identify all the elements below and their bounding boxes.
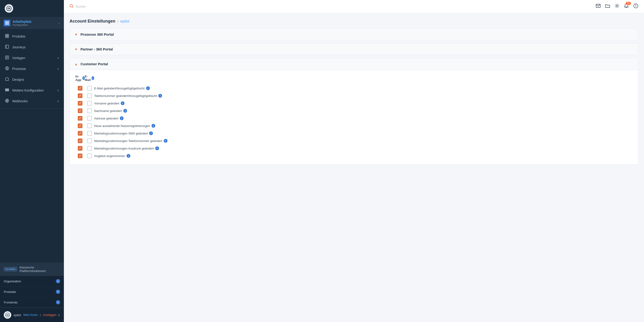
inapp-checkbox[interactable] — [76, 138, 85, 143]
sidebar-item-webhooks[interactable]: Webhooks ∨ — [0, 96, 64, 107]
sidebar-item-designs[interactable]: Designs — [0, 74, 64, 85]
inapp-checkbox[interactable] — [76, 131, 85, 136]
sidebar-item-vorlagen[interactable]: Vorlagen ∨ — [0, 52, 64, 63]
search-input-placeholder[interactable]: Suche — [76, 4, 86, 8]
sidebar-item-label: Webhooks — [12, 99, 28, 103]
email-checkbox[interactable] — [85, 138, 94, 143]
checkbox-checked[interactable] — [78, 153, 82, 158]
info-icon[interactable]: i — [164, 139, 168, 143]
footer-chevron-icon[interactable]: ∧ — [58, 313, 60, 317]
workspace-item[interactable]: Arbeitsplatz Konfiguration ⌄ — [0, 17, 64, 29]
workspace-chevron-icon: ⌄ — [58, 21, 60, 25]
notification-row: Marketingzustimmungen Telefonnummer geän… — [76, 137, 632, 145]
email-checkbox[interactable] — [85, 101, 94, 106]
checkbox-unchecked[interactable] — [87, 108, 92, 113]
info-icon[interactable]: i — [146, 86, 150, 90]
checkbox-unchecked[interactable] — [87, 93, 92, 98]
accordion-header-partner[interactable]: ▼ Partner - 360 Portal — [70, 43, 638, 55]
sub-items-list: Organisation i Produkte i Frontends i — [0, 276, 64, 308]
inapp-checkbox[interactable] — [76, 116, 85, 121]
checkbox-checked[interactable] — [78, 93, 82, 98]
email-checkbox[interactable] — [85, 116, 94, 121]
notification-row: Angebot angenommeni — [76, 152, 632, 160]
workspace-icon — [4, 20, 10, 26]
mail-icon[interactable] — [596, 3, 601, 10]
checkbox-checked[interactable] — [78, 101, 82, 106]
info-icon[interactable]: i — [123, 109, 127, 113]
notification-icon[interactable]: 21 — [624, 3, 629, 10]
sidebar-item-weitere[interactable]: Weitere Konfiguration ∨ — [0, 85, 64, 96]
info-icon[interactable]: i — [158, 94, 162, 98]
email-checkbox[interactable] — [85, 131, 94, 136]
info-icon[interactable]: i — [149, 131, 153, 135]
svg-point-11 — [6, 68, 8, 69]
checkbox-checked[interactable] — [78, 86, 82, 91]
info-icon[interactable]: i — [155, 146, 159, 150]
row-label: Nachname geänderti — [94, 109, 632, 113]
email-checkbox[interactable] — [85, 153, 94, 158]
info-icon[interactable]: i — [120, 116, 124, 120]
checkbox-unchecked[interactable] — [87, 146, 92, 151]
classic-section[interactable]: CLASSIC Klassische Plattformfunktionen — [0, 262, 64, 276]
email-checkbox[interactable] — [85, 123, 94, 128]
row-label: Telefonnummer geändert/hinzugefügt/gelös… — [94, 94, 632, 98]
checkbox-unchecked[interactable] — [87, 86, 92, 91]
checkbox-checked[interactable] — [78, 138, 82, 143]
classic-badge: CLASSIC — [4, 267, 17, 271]
inapp-checkbox[interactable] — [76, 108, 85, 113]
sidebar-item-prozesse[interactable]: Prozesse ∨ — [0, 63, 64, 74]
chevron-down-icon: ▼ — [74, 47, 78, 51]
checkbox-unchecked[interactable] — [87, 101, 92, 106]
notification-row: Adresse geänderti — [76, 114, 632, 122]
sub-item-organisation[interactable]: Organisation i — [0, 276, 64, 287]
email-checkbox[interactable] — [85, 146, 94, 151]
checkbox-unchecked[interactable] — [87, 138, 92, 143]
checkbox-checked[interactable] — [78, 116, 82, 121]
info-icon[interactable]: i — [152, 124, 155, 128]
breadcrumb-sub[interactable]: epilot — [120, 19, 129, 23]
sidebar-item-label: Prozesse — [12, 67, 26, 71]
checkbox-checked[interactable] — [78, 131, 82, 136]
info-icon[interactable]: i — [126, 154, 130, 158]
sidebar-item-journeys[interactable]: Journeys — [0, 42, 64, 52]
info-circle-icon[interactable] — [633, 3, 638, 10]
chevron-down-icon: ∨ — [57, 99, 59, 103]
mein-konto-link[interactable]: Mein Konto — [23, 313, 38, 317]
info-icon[interactable]: i — [121, 101, 124, 105]
info-icon[interactable]: i — [56, 279, 60, 283]
info-icon[interactable]: i — [56, 290, 60, 294]
sub-item-frontends[interactable]: Frontends i — [0, 297, 64, 308]
inapp-checkbox[interactable] — [76, 101, 85, 106]
info-icon[interactable]: i — [82, 76, 85, 80]
notification-rows: E-Mail geändert/hinzugefügt/gelöschtiTel… — [76, 84, 632, 160]
checkbox-unchecked[interactable] — [87, 123, 92, 128]
inapp-checkbox[interactable] — [76, 93, 85, 98]
email-checkbox[interactable] — [85, 108, 94, 113]
info-icon[interactable]: i — [56, 300, 60, 305]
svg-point-20 — [6, 313, 10, 317]
search-area[interactable]: Suche — [70, 4, 86, 9]
inapp-checkbox[interactable] — [76, 153, 85, 158]
checkbox-unchecked[interactable] — [87, 153, 92, 158]
header-email: E-Mail i — [85, 75, 94, 82]
chevron-up-icon: ▲ — [74, 62, 78, 66]
email-checkbox[interactable] — [85, 93, 94, 98]
checkbox-checked[interactable] — [78, 123, 82, 128]
inapp-checkbox[interactable] — [76, 123, 85, 128]
checkbox-unchecked[interactable] — [87, 116, 92, 121]
checkbox-checked[interactable] — [78, 146, 82, 151]
info-icon[interactable]: i — [92, 76, 94, 80]
folder-icon[interactable] — [605, 3, 610, 10]
sub-item-produkte[interactable]: Produkte i — [0, 287, 64, 297]
checkbox-unchecked[interactable] — [87, 131, 92, 136]
email-checkbox[interactable] — [85, 86, 94, 91]
checkbox-checked[interactable] — [78, 108, 82, 113]
sidebar-item-produkte[interactable]: Produkte — [0, 31, 64, 42]
accordion-header-customer[interactable]: ▲ Customer Portal — [70, 58, 638, 70]
inapp-checkbox[interactable] — [76, 86, 85, 91]
settings-icon[interactable] — [614, 3, 620, 10]
inapp-checkbox[interactable] — [76, 146, 85, 151]
accordion-header-prozesse[interactable]: ▼ Prozesse 360 Portal — [70, 29, 638, 40]
ausloggen-link[interactable]: Ausloggen — [43, 313, 56, 317]
sidebar: Arbeitsplatz Konfiguration ⌄ Produkte — [0, 0, 64, 322]
